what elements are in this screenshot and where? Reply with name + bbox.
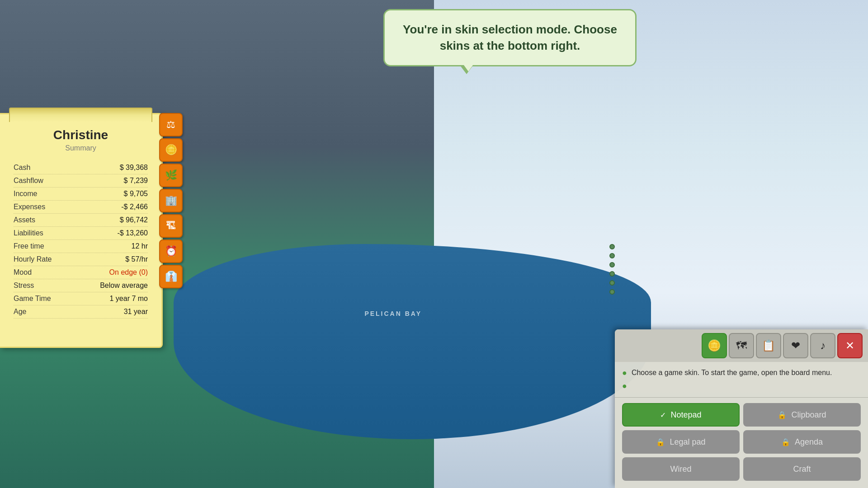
heart-icon[interactable]: ❤ (783, 333, 808, 358)
stat-label: Mood (14, 268, 32, 277)
skin-btn-clipboard[interactable]: 🔒Clipboard (743, 403, 861, 427)
check-icon: ✓ (660, 411, 666, 419)
money-icon[interactable]: 🪙 (702, 333, 727, 358)
stat-label: Hourly Rate (14, 255, 52, 263)
board-dots (609, 244, 615, 295)
clipboard-icon[interactable]: 📋 (756, 333, 781, 358)
panel-bullet-2: ● (622, 380, 627, 392)
stat-value: -$ 13,260 (117, 229, 148, 237)
stat-row: Income$ 9,705 (14, 188, 148, 201)
stat-row: Hourly Rate$ 57/hr (14, 253, 148, 266)
stat-value: 1 year 7 mo (110, 295, 148, 303)
skin-btn-legal pad[interactable]: 🔒Legal pad (622, 430, 740, 454)
stat-value: $ 57/hr (125, 255, 148, 263)
skin-btn-notepad[interactable]: ✓Notepad (622, 403, 740, 427)
stat-label: Cash (14, 164, 30, 172)
skin-label: Craft (793, 465, 811, 474)
stat-label: Cashflow (14, 177, 43, 185)
board-dot (609, 271, 615, 277)
building1-icon[interactable]: 🏢 (159, 189, 183, 212)
stat-value: -$ 2,466 (121, 203, 148, 211)
board-dot (609, 244, 615, 249)
board-dot (609, 280, 615, 286)
character-panel: Christine Summary Cash$ 39,368Cashflow$ … (0, 113, 163, 348)
balance-icon[interactable]: ⚖ (159, 113, 183, 136)
stat-label: Income (14, 190, 37, 198)
character-subtitle: Summary (14, 144, 148, 152)
water-area (174, 244, 651, 439)
skin-label: Wired (670, 465, 691, 474)
skin-grid: ✓Notepad🔒Clipboard🔒Legal pad🔒AgendaWired… (615, 398, 868, 488)
speech-bubble-text: You're in skin selection mode. Choose sk… (403, 21, 617, 54)
clock-icon[interactable]: ⏰ (159, 239, 183, 263)
stat-value: 31 year (124, 308, 148, 316)
skin-btn-agenda[interactable]: 🔒Agenda (743, 430, 861, 454)
stat-label: Assets (14, 216, 35, 224)
skin-label: Legal pad (670, 437, 705, 447)
stat-row: Liabilities-$ 13,260 (14, 227, 148, 240)
stat-row: Assets$ 96,742 (14, 214, 148, 227)
stat-value: $ 9,705 (124, 190, 148, 198)
lock-icon: 🔒 (656, 438, 665, 446)
stat-row: Expenses-$ 2,466 (14, 201, 148, 214)
board-dot (609, 253, 615, 258)
board-dot (609, 262, 615, 267)
bottom-panel: 🪙🗺📋❤♪✕ ● ● Choose a game skin. To start … (615, 329, 868, 488)
board-dot (609, 289, 615, 295)
stat-label: Expenses (14, 203, 45, 211)
stat-row: Cashflow$ 7,239 (14, 174, 148, 188)
stats-container: Cash$ 39,368Cashflow$ 7,239Income$ 9,705… (14, 161, 148, 319)
panel-info: ● ● Choose a game skin. To start the gam… (615, 362, 868, 398)
panel-bullet-1: ● (622, 367, 627, 379)
skin-btn-craft[interactable]: Craft (743, 457, 861, 481)
stat-row: Free time12 hr (14, 240, 148, 253)
skin-btn-wired[interactable]: Wired (622, 457, 740, 481)
coins-icon[interactable]: 🪙 (159, 138, 183, 162)
lock-icon: 🔒 (778, 411, 787, 419)
stat-row: Age31 year (14, 305, 148, 319)
panel-info-text: Choose a game skin. To start the game, o… (632, 367, 832, 378)
building2-icon[interactable]: 🏗 (159, 214, 183, 238)
stat-value: $ 7,239 (124, 177, 148, 185)
stat-value: $ 39,368 (120, 164, 148, 172)
stat-row: MoodOn edge (0) (14, 266, 148, 279)
stat-value: Below average (100, 282, 148, 290)
plant-icon[interactable]: 🌿 (159, 164, 183, 187)
stat-row: Game Time1 year 7 mo (14, 292, 148, 305)
stat-label: Age (14, 308, 26, 316)
skin-label: Notepad (670, 410, 701, 420)
skin-label: Clipboard (791, 410, 826, 420)
close-icon[interactable]: ✕ (837, 333, 863, 358)
music-icon[interactable]: ♪ (810, 333, 835, 358)
location-label: PELICAN BAY (364, 310, 422, 317)
panel-icons-row: 🪙🗺📋❤♪✕ (615, 329, 868, 362)
stat-row: StressBelow average (14, 279, 148, 292)
map-icon[interactable]: 🗺 (729, 333, 754, 358)
stat-label: Liabilities (14, 229, 43, 237)
speech-bubble: You're in skin selection mode. Choose sk… (383, 9, 637, 66)
stat-label: Free time (14, 242, 44, 250)
stat-value: $ 96,742 (120, 216, 148, 224)
stat-row: Cash$ 39,368 (14, 161, 148, 174)
stat-value: On edge (0) (109, 268, 148, 277)
stat-label: Stress (14, 282, 34, 290)
skin-label: Agenda (795, 437, 823, 447)
side-icon-bar: ⚖🪙🌿🏢🏗⏰👔 (159, 113, 183, 288)
stat-label: Game Time (14, 295, 51, 303)
stat-value: 12 hr (132, 242, 148, 250)
tie-icon[interactable]: 👔 (159, 265, 183, 288)
lock-icon: 🔒 (781, 438, 790, 446)
character-name: Christine (14, 128, 148, 142)
